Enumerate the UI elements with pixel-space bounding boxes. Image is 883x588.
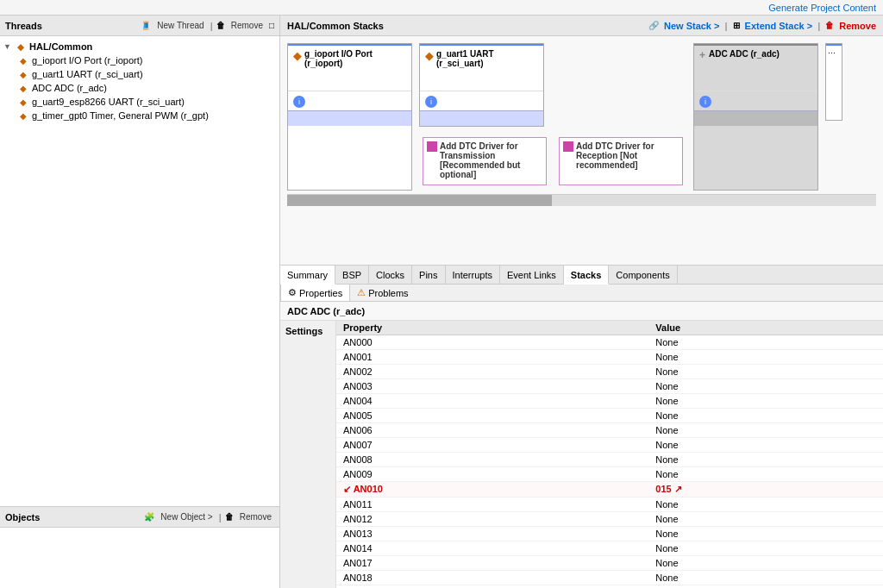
table-row[interactable]: AN002None bbox=[336, 365, 883, 379]
table-row[interactable]: AN012None bbox=[336, 512, 883, 527]
table-row[interactable]: AN013None bbox=[336, 527, 883, 541]
table-row[interactable]: ↙ AN010015 ↗ bbox=[336, 482, 883, 497]
value-cell[interactable]: None bbox=[648, 571, 883, 585]
value-cell[interactable]: None bbox=[648, 394, 883, 409]
table-row[interactable]: AN017None bbox=[336, 556, 883, 571]
dtc-tx-card[interactable]: Add DTC Driver for Transmission [Recomme… bbox=[423, 137, 547, 185]
adc-card-label: ADC ADC (r_adc) bbox=[709, 49, 780, 59]
stacks-scrollbar[interactable] bbox=[287, 194, 876, 206]
minimize-icon[interactable]: □ bbox=[269, 21, 274, 30]
value-cell[interactable]: None bbox=[648, 335, 883, 350]
value-cell[interactable]: None bbox=[648, 423, 883, 438]
tree-item-ioport[interactable]: ◆ g_ioport I/O Port (r_ioport) bbox=[0, 53, 279, 67]
uart-sub-cards: Add DTC Driver for Transmission [Recomme… bbox=[419, 132, 686, 191]
dtc-rx-icon bbox=[563, 141, 573, 152]
value-cell[interactable]: None bbox=[648, 379, 883, 394]
uart-card-label: g_uart1 UART (r_sci_uart) bbox=[436, 49, 538, 68]
ioport-card-icon: ◆ bbox=[293, 50, 301, 62]
value-cell[interactable]: None bbox=[648, 541, 883, 556]
tab-stacks[interactable]: Stacks bbox=[564, 266, 609, 285]
objects-panel: Objects 🧩 New Object > | 🗑 Remove bbox=[0, 506, 279, 588]
stack-card-uart[interactable]: ◆ g_uart1 UART (r_sci_uart) i bbox=[419, 43, 544, 127]
value-cell[interactable]: None bbox=[648, 365, 883, 379]
stack-card-ioport[interactable]: ◆ g_ioport I/O Port(r_ioport) i bbox=[287, 43, 412, 191]
stacks-sep2: | bbox=[817, 21, 820, 31]
uart9-icon: ◆ bbox=[17, 96, 29, 108]
new-thread-button[interactable]: New Thread bbox=[154, 20, 206, 31]
tab-summary[interactable]: Summary bbox=[280, 266, 335, 285]
obj-remove-icon: 🗑 bbox=[225, 512, 234, 522]
table-row[interactable]: AN001None bbox=[336, 350, 883, 365]
tab-interrupts[interactable]: Interrupts bbox=[446, 266, 500, 284]
threads-remove-button[interactable]: Remove bbox=[229, 20, 266, 31]
threads-tree: ▼ ◆ HAL/Common ◆ g_ioport I/O Port (r_io… bbox=[0, 36, 279, 506]
col-value: Value bbox=[648, 321, 883, 335]
tree-item-uart9-label: g_uart9_esp8266 UART (r_sci_uart) bbox=[32, 97, 185, 107]
value-cell[interactable]: None bbox=[648, 438, 883, 453]
value-cell[interactable]: None bbox=[648, 467, 883, 482]
property-cell: AN006 bbox=[336, 423, 648, 438]
tree-item-gpt[interactable]: ◆ g_timer_gpt0 Timer, General PWM (r_gpt… bbox=[0, 109, 279, 122]
tab-event-links[interactable]: Event Links bbox=[500, 266, 564, 284]
tab-bsp[interactable]: BSP bbox=[335, 266, 369, 284]
generate-link[interactable]: Generate Project Content bbox=[768, 3, 876, 13]
extend-stack-icon: ⊞ bbox=[733, 21, 740, 30]
tree-item-uart1[interactable]: ◆ g_uart1 UART (r_sci_uart) bbox=[0, 67, 279, 81]
property-cell: AN012 bbox=[336, 512, 648, 527]
main-tabs: Summary BSP Clocks Pins Interrupts Event… bbox=[280, 266, 883, 285]
new-object-button[interactable]: New Object > bbox=[158, 511, 215, 522]
tree-item-adc[interactable]: ◆ ADC ADC (r_adc) bbox=[0, 81, 279, 95]
new-stack-button[interactable]: New Stack > bbox=[664, 21, 720, 31]
stacks-actions: 🔗 New Stack > | ⊞ Extend Stack > | 🗑 Rem… bbox=[648, 21, 876, 31]
tab-pins[interactable]: Pins bbox=[412, 266, 445, 284]
value-cell[interactable]: 015 ↗ bbox=[648, 482, 883, 497]
value-cell[interactable]: None bbox=[648, 527, 883, 541]
uart-card-icon: ◆ bbox=[425, 50, 433, 62]
remove-stack-icon: 🗑 bbox=[825, 21, 834, 30]
value-cell[interactable]: None bbox=[648, 350, 883, 365]
tab-problems[interactable]: ⚠ Problems bbox=[350, 285, 415, 301]
tree-root[interactable]: ▼ ◆ HAL/Common bbox=[0, 40, 279, 53]
property-cell: AN009 bbox=[336, 467, 648, 482]
value-cell[interactable]: None bbox=[648, 512, 883, 527]
table-row[interactable]: AN004None bbox=[336, 394, 883, 409]
property-cell: AN013 bbox=[336, 527, 648, 541]
property-cell: AN001 bbox=[336, 350, 648, 365]
value-cell[interactable]: None bbox=[648, 497, 883, 512]
objects-header: Objects 🧩 New Object > | 🗑 Remove bbox=[0, 507, 279, 528]
table-row[interactable]: AN014None bbox=[336, 541, 883, 556]
col-property: Property bbox=[336, 321, 648, 335]
property-table[interactable]: Property Value AN000NoneAN001NoneAN002No… bbox=[336, 321, 883, 588]
table-row[interactable]: AN006None bbox=[336, 423, 883, 438]
scrollbar-thumb bbox=[287, 195, 552, 206]
tab-components[interactable]: Components bbox=[609, 266, 677, 284]
extend-stack-button[interactable]: Extend Stack > bbox=[745, 21, 813, 31]
threads-title: Threads bbox=[5, 21, 42, 31]
table-row[interactable]: AN000None bbox=[336, 335, 883, 350]
tab-properties[interactable]: ⚙ Properties bbox=[280, 285, 350, 301]
value-cell[interactable]: None bbox=[648, 556, 883, 571]
threads-header: Threads 🧵 New Thread | 🗑 Remove □ bbox=[0, 16, 279, 36]
table-row[interactable]: AN005None bbox=[336, 409, 883, 423]
table-row[interactable]: AN007None bbox=[336, 438, 883, 453]
table-row[interactable]: AN003None bbox=[336, 379, 883, 394]
threads-actions: 🧵 New Thread | 🗑 Remove □ bbox=[141, 20, 274, 31]
value-cell[interactable]: None bbox=[648, 585, 883, 589]
objects-remove-button[interactable]: Remove bbox=[237, 511, 274, 522]
dtc-rx-card[interactable]: Add DTC Driver for Reception [Not recomm… bbox=[559, 137, 683, 185]
stack-card-adc[interactable]: + ADC ADC (r_adc) i bbox=[693, 43, 818, 191]
actions-separator: | bbox=[210, 21, 213, 31]
table-row[interactable]: AN008None bbox=[336, 453, 883, 467]
value-cell[interactable]: None bbox=[648, 453, 883, 467]
property-cell: AN004 bbox=[336, 394, 648, 409]
table-row[interactable]: AN019None bbox=[336, 585, 883, 589]
tab-clocks[interactable]: Clocks bbox=[369, 266, 412, 284]
table-row[interactable]: AN009None bbox=[336, 467, 883, 482]
value-cell[interactable]: None bbox=[648, 409, 883, 423]
stacks-canvas[interactable]: ◆ g_ioport I/O Port(r_ioport) i ◆ g_uart… bbox=[280, 36, 883, 265]
tree-item-uart9[interactable]: ◆ g_uart9_esp8266 UART (r_sci_uart) bbox=[0, 95, 279, 109]
partial-card-content: ⋯ bbox=[826, 46, 842, 61]
table-row[interactable]: AN011None bbox=[336, 497, 883, 512]
table-row[interactable]: AN018None bbox=[336, 571, 883, 585]
remove-stack-button[interactable]: Remove bbox=[839, 21, 876, 31]
